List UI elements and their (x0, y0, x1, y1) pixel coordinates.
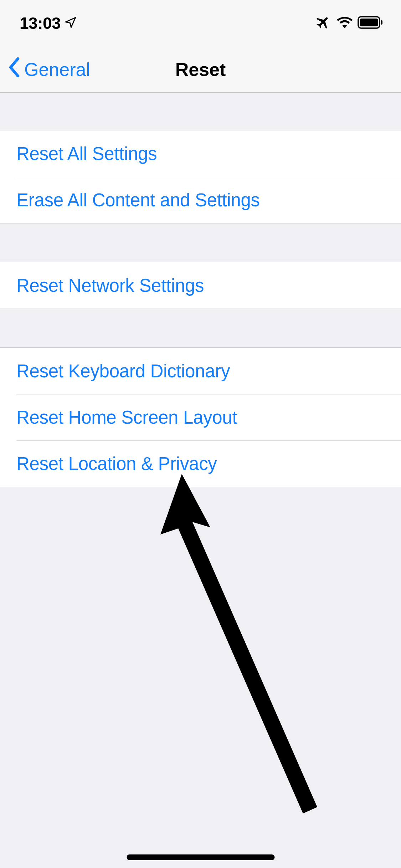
svg-rect-1 (360, 19, 378, 26)
reset-all-settings-cell[interactable]: Reset All Settings (0, 130, 401, 177)
cell-label: Reset All Settings (16, 143, 157, 164)
annotation-arrow-icon (153, 474, 349, 817)
group-spacer (0, 309, 401, 347)
cell-label: Reset Network Settings (16, 275, 204, 296)
group-spacer (0, 93, 401, 130)
group-spacer (0, 223, 401, 262)
cell-label: Erase All Content and Settings (16, 190, 260, 211)
nav-bar: General Reset (0, 46, 401, 93)
cell-group: Reset Network Settings (0, 262, 401, 309)
back-label: General (24, 59, 90, 80)
location-services-icon (64, 16, 77, 30)
airplane-mode-icon (316, 15, 332, 32)
status-time: 13:03 (20, 14, 61, 33)
cell-group: Reset Keyboard Dictionary Reset Home Scr… (0, 347, 401, 487)
reset-home-screen-layout-cell[interactable]: Reset Home Screen Layout (0, 394, 401, 440)
home-indicator[interactable] (127, 854, 274, 860)
svg-rect-2 (381, 20, 382, 25)
reset-network-settings-cell[interactable]: Reset Network Settings (0, 262, 401, 309)
status-right (316, 15, 383, 32)
cell-label: Reset Keyboard Dictionary (16, 361, 230, 382)
svg-marker-3 (160, 474, 317, 813)
status-left: 13:03 (20, 14, 77, 33)
cell-label: Reset Home Screen Layout (16, 407, 237, 428)
battery-icon (358, 16, 383, 30)
reset-location-and-privacy-cell[interactable]: Reset Location & Privacy (0, 440, 401, 487)
chevron-left-icon (8, 57, 21, 82)
cell-label: Reset Location & Privacy (16, 453, 217, 474)
wifi-icon (337, 16, 353, 30)
status-bar: 13:03 (0, 0, 401, 46)
reset-keyboard-dictionary-cell[interactable]: Reset Keyboard Dictionary (0, 348, 401, 394)
cell-group: Reset All Settings Erase All Content and… (0, 130, 401, 223)
back-button[interactable]: General (8, 57, 90, 82)
erase-all-content-and-settings-cell[interactable]: Erase All Content and Settings (0, 177, 401, 223)
